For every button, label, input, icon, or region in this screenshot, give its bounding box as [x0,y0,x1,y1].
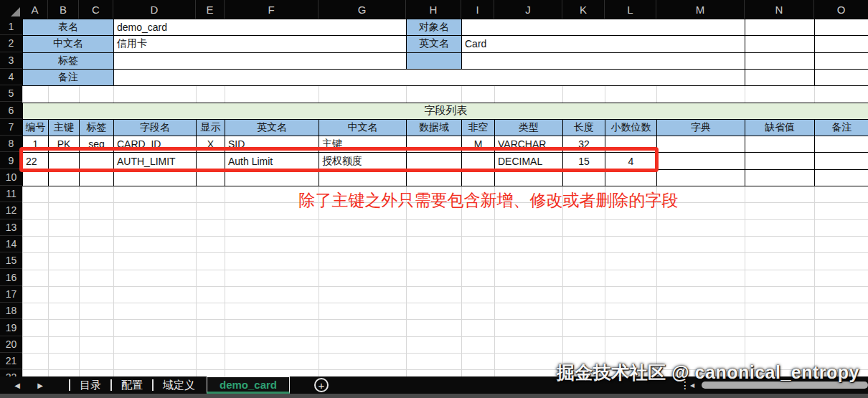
row-header-4[interactable]: 4 [0,69,22,85]
watermark: 掘金技术社区 @ canonical_entropy [557,361,859,384]
cell-L7[interactable]: 小数位数 [605,119,657,136]
cell-I7[interactable]: 非空 [461,119,495,136]
cell-N9[interactable] [745,152,815,169]
tab-scroll-left-icon[interactable]: ◀ [10,376,24,394]
cell-O8[interactable] [814,136,868,153]
column-header-G[interactable]: G [319,0,406,19]
row-header-11[interactable]: 11 [0,186,22,202]
cell-O4[interactable] [814,69,868,86]
cell-O10[interactable] [814,169,868,186]
column-header-M[interactable]: M [656,0,745,19]
cell-I1[interactable] [461,19,745,36]
row-header-18[interactable]: 18 [0,303,22,319]
cell-A1[interactable]: 表名 [22,19,114,36]
cell-A6[interactable]: 字段列表 [22,103,868,120]
column-header-D[interactable]: D [113,0,196,19]
cell-O9[interactable] [814,152,868,169]
gridline [22,353,868,354]
row-header-15[interactable]: 15 [0,252,22,269]
column-header-F[interactable]: F [225,0,319,19]
cell-H2[interactable]: 英文名 [406,35,462,52]
cell-D7[interactable]: 字段名 [113,119,197,136]
column-header-bar: ABCDEFGHIJKLMNO [0,0,868,19]
cell-B7[interactable]: 主键 [48,119,80,136]
cell-J7[interactable]: 类型 [494,119,563,136]
row-header-7[interactable]: 7 [0,119,22,136]
cell-H1[interactable]: 对象名 [406,19,462,36]
cell-M7[interactable]: 字典 [656,119,745,136]
cell-H3[interactable] [406,52,462,70]
row-header-12[interactable]: 12 [0,202,22,219]
column-header-K[interactable]: K [562,0,605,19]
column-header-I[interactable]: I [461,0,494,19]
row-header-3[interactable]: 3 [0,52,22,69]
cell-A2[interactable]: 中文名 [22,35,114,52]
column-header-O[interactable]: O [814,0,868,19]
column-header-B[interactable]: B [48,0,79,19]
sheet-tab-1[interactable]: 配置 [112,376,152,394]
cell-N2[interactable] [745,35,815,52]
row-header-6[interactable]: 6 [0,103,22,119]
cell-A7[interactable]: 编号 [22,119,49,136]
column-header-C[interactable]: C [79,0,113,19]
cell-K7[interactable]: 长度 [562,119,605,136]
column-header-J[interactable]: J [494,0,562,19]
row-header-16[interactable]: 16 [0,270,22,286]
column-header-H[interactable]: H [406,0,461,19]
gridline [22,319,868,320]
row-header-17[interactable]: 17 [0,286,22,303]
cell-N1[interactable] [745,19,815,36]
cell-D2[interactable]: 信用卡 [113,35,407,52]
cell-A3[interactable]: 标签 [22,52,114,70]
cell-H7[interactable]: 数据域 [406,119,462,136]
cell-F7[interactable]: 英文名 [225,119,319,136]
column-header-E[interactable]: E [196,0,225,19]
cell-O1[interactable] [814,19,868,36]
row-header-bar: 12345678910111213141516171819202122 [0,19,22,376]
select-all-triangle-icon [11,7,20,16]
cell-G7[interactable]: 中文名 [319,119,407,136]
sheet-tab-3[interactable]: demo_card [207,376,290,394]
column-header-N[interactable]: N [745,0,814,19]
cell-N3[interactable] [745,52,815,70]
cell-D1[interactable]: demo_card [113,19,407,36]
row-header-19[interactable]: 19 [0,319,22,336]
cell-A4[interactable]: 备注 [22,69,114,86]
cell-N4[interactable] [745,69,815,86]
row-header-14[interactable]: 14 [0,236,22,252]
cell-M9[interactable] [656,152,745,169]
annotation-text: 除了主键之外只需要包含新增、修改或者删除的字段 [237,189,740,212]
row-header-5[interactable]: 5 [0,85,22,102]
row-header-20[interactable]: 20 [0,336,22,353]
row-header-1[interactable]: 1 [0,19,22,35]
row-header-2[interactable]: 2 [0,35,22,52]
sheet-tab-2[interactable]: 域定义 [154,376,204,394]
cell-D4[interactable] [113,69,745,86]
gridline [22,286,868,287]
cell-O3[interactable] [814,52,868,70]
cell-O2[interactable] [814,35,868,52]
cell-D3[interactable] [113,52,407,70]
spreadsheet-app: ABCDEFGHIJKLMNO 123456789101112131415161… [0,0,868,398]
column-header-L[interactable]: L [605,0,656,19]
cell-M10[interactable] [656,169,745,186]
cell-N10[interactable] [745,169,815,186]
gridline [22,336,868,337]
cell-O7[interactable]: 备注 [814,119,868,136]
row-header-10[interactable]: 10 [0,169,22,186]
sheet-tab-0[interactable]: 目录 [70,376,110,394]
cell-E7[interactable]: 显示 [196,119,225,136]
cell-M8[interactable] [656,136,745,153]
cell-N8[interactable] [745,136,815,153]
cell-N7[interactable]: 缺省值 [745,119,815,136]
cell-I3[interactable] [461,52,745,70]
add-sheet-button[interactable]: + [314,378,329,392]
cell-I2[interactable]: Card [461,35,745,52]
cell-C7[interactable]: 标签 [79,119,114,136]
select-all-corner[interactable] [0,0,22,19]
column-header-A[interactable]: A [22,0,48,19]
row-header-21[interactable]: 21 [0,353,22,369]
row-header-13[interactable]: 13 [0,219,22,236]
row-header-22[interactable]: 22 [0,369,22,376]
tab-scroll-right-icon[interactable]: ▶ [33,376,47,394]
